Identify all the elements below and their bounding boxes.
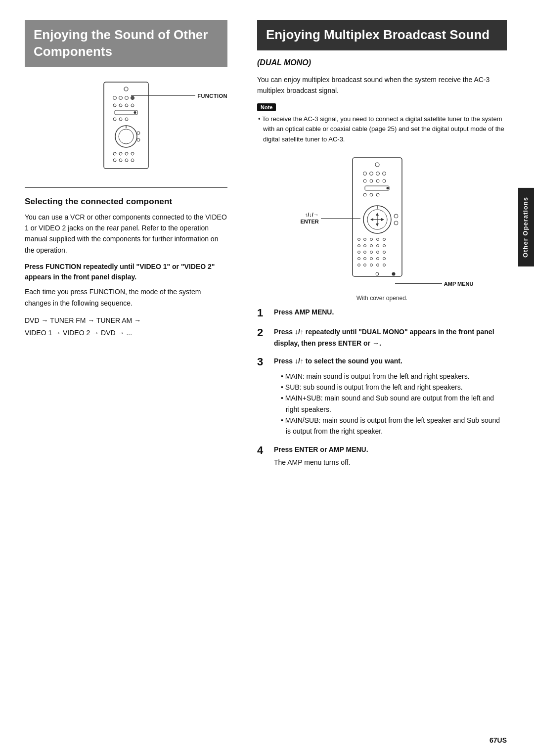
- svg-point-77: [376, 264, 379, 266]
- amp-menu-label: AMP MENU: [444, 281, 474, 287]
- function-label-group: FUNCTION: [131, 93, 227, 99]
- step-4: 4 Press ENTER or AMP MENU. The AMP menu …: [257, 444, 507, 468]
- enter-label: ↑/↓/→ENTER: [301, 211, 319, 225]
- side-tab: Other Operations: [518, 188, 534, 267]
- svg-point-6: [113, 104, 116, 107]
- cover-label: With cover opened.: [257, 295, 507, 302]
- svg-point-4: [125, 96, 129, 99]
- step-3-content: Press ↓/↑ to select the sound you want. …: [274, 356, 507, 437]
- bullet-main-sub-slash: MAIN/SUB: main sound is output from the …: [281, 415, 507, 437]
- svg-point-11: [134, 111, 136, 114]
- step-4-content: Press ENTER or AMP MENU. The AMP menu tu…: [274, 444, 507, 468]
- page-number: 67US: [490, 736, 507, 744]
- svg-point-61: [370, 244, 372, 247]
- svg-point-16: [119, 129, 134, 144]
- svg-point-71: [370, 257, 372, 260]
- svg-marker-50: [370, 218, 373, 221]
- two-column-layout: Enjoying the Sound of Other Components: [0, 20, 534, 475]
- svg-point-24: [113, 159, 116, 162]
- svg-point-30: [363, 172, 366, 175]
- svg-point-40: [363, 193, 366, 196]
- svg-point-75: [363, 264, 366, 266]
- svg-point-63: [383, 244, 385, 247]
- svg-point-33: [382, 172, 386, 175]
- sequence-line2: VIDEO 1 → VIDEO 2 → DVD → ...: [25, 329, 132, 337]
- step-1: 1 Press AMP MENU.: [257, 307, 507, 319]
- step-3: 3 Press ↓/↑ to select the sound you want…: [257, 356, 507, 437]
- svg-point-8: [125, 104, 128, 107]
- svg-point-65: [363, 251, 366, 253]
- right-column: Enjoying Multiplex Broadcast Sound (DUAL…: [242, 20, 534, 475]
- step-1-number: 1: [257, 307, 271, 319]
- svg-point-72: [376, 257, 379, 260]
- device-large-wrapper: ↑/↓/→ENTER AMP MENU: [340, 153, 424, 293]
- svg-point-36: [376, 179, 379, 182]
- step-2-content: Press ↓/↑ repeatedly until "DUAL MONO" a…: [274, 326, 507, 349]
- svg-point-25: [119, 159, 122, 162]
- svg-point-21: [119, 152, 122, 155]
- svg-point-3: [119, 96, 123, 99]
- svg-marker-51: [381, 218, 384, 221]
- step-4-number: 4: [257, 444, 271, 457]
- svg-point-26: [125, 159, 128, 162]
- svg-point-22: [125, 152, 128, 155]
- svg-point-60: [363, 244, 366, 247]
- device-illustration-left: FUNCTION: [25, 77, 227, 178]
- svg-point-20: [113, 152, 116, 155]
- steps-list: 1 Press AMP MENU. 2 Press ↓/↑ repeatedly…: [257, 307, 507, 468]
- step-1-content: Press AMP MENU.: [274, 307, 507, 317]
- svg-point-59: [357, 244, 360, 247]
- svg-point-78: [383, 264, 385, 266]
- svg-point-41: [370, 193, 373, 196]
- svg-point-62: [376, 244, 379, 247]
- left-column: Enjoying the Sound of Other Components: [0, 20, 242, 475]
- amp-menu-line: [395, 283, 442, 284]
- sequence-line1: DVD → TUNER FM → TUNER AM →: [25, 316, 141, 324]
- function-line: [131, 95, 195, 96]
- enter-label-group: ↑/↓/→ENTER: [301, 211, 360, 225]
- svg-point-32: [376, 172, 379, 175]
- svg-point-76: [370, 264, 372, 266]
- svg-point-68: [383, 251, 385, 253]
- svg-point-9: [131, 104, 134, 107]
- svg-point-42: [376, 193, 379, 196]
- function-label: FUNCTION: [197, 93, 227, 99]
- svg-point-34: [363, 179, 366, 182]
- right-header-box: Enjoying Multiplex Broadcast Sound: [257, 20, 507, 50]
- svg-point-27: [131, 159, 134, 162]
- svg-point-19: [137, 138, 140, 141]
- svg-point-18: [137, 132, 140, 134]
- svg-point-64: [357, 251, 360, 253]
- right-body1: You can enjoy multiplex broadcast sound …: [257, 74, 507, 96]
- svg-point-58: [383, 238, 385, 240]
- step-1-text: Press AMP MENU.: [274, 308, 334, 316]
- svg-point-56: [370, 238, 372, 240]
- body-text-2: Each time you press FUNCTION, the mode o…: [25, 286, 227, 309]
- section-heading: Selecting the connected component: [25, 197, 227, 207]
- svg-point-7: [119, 104, 122, 107]
- note-box-label: Note: [257, 103, 276, 111]
- dual-mono-heading: (DUAL MONO): [257, 58, 507, 67]
- device-svg-wrapper: FUNCTION: [89, 77, 163, 178]
- bullet-main: MAIN: main sound is output from the left…: [281, 371, 507, 382]
- amp-menu-label-group: AMP MENU: [395, 281, 474, 287]
- svg-point-69: [357, 257, 360, 260]
- svg-point-37: [383, 179, 386, 182]
- page-container: Enjoying the Sound of Other Components: [0, 0, 534, 756]
- svg-point-13: [119, 118, 122, 121]
- svg-point-74: [357, 264, 360, 266]
- bold-para: Press FUNCTION repeatedly until "VIDEO 1…: [25, 262, 227, 282]
- sequence-text: DVD → TUNER FM → TUNER AM → VIDEO 1 → VI…: [25, 314, 227, 339]
- svg-point-52: [394, 214, 398, 218]
- step-2-number: 2: [257, 326, 271, 339]
- left-title: Enjoying the Sound of Other Components: [34, 27, 219, 60]
- step-4-note: The AMP menu turns off.: [274, 457, 507, 468]
- svg-point-57: [376, 238, 379, 240]
- device-illustration-right: ↑/↓/→ENTER AMP MENU: [257, 153, 507, 293]
- step-3-number: 3: [257, 356, 271, 368]
- svg-rect-38: [365, 186, 389, 190]
- svg-point-35: [370, 179, 373, 182]
- bullet-main-sub: MAIN+SUB: main sound and Sub sound are o…: [281, 393, 507, 415]
- svg-point-12: [113, 118, 116, 121]
- svg-marker-49: [376, 223, 379, 226]
